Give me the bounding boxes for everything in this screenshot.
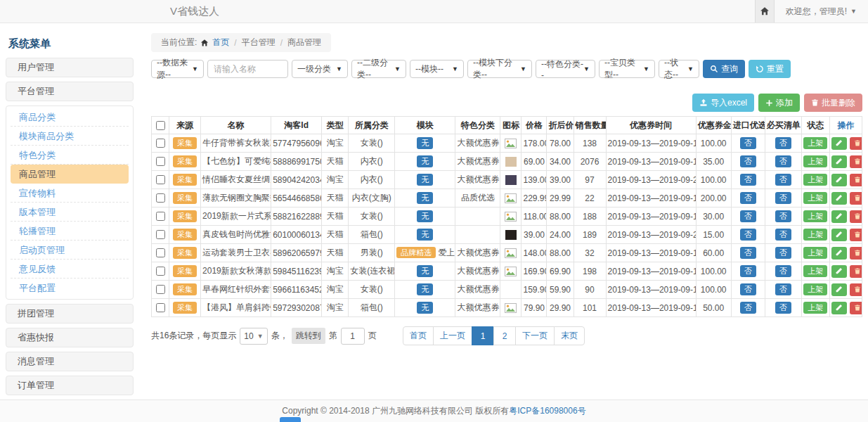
must-buy-toggle[interactable]: 否: [775, 155, 791, 167]
delete-button[interactable]: [850, 247, 862, 260]
sidebar-group-item[interactable]: 订单管理: [6, 376, 134, 395]
imported-toggle[interactable]: 否: [740, 174, 756, 185]
filter-select[interactable]: --模块下分类--▼: [467, 60, 532, 78]
delete-button[interactable]: [850, 229, 862, 241]
row-checkbox[interactable]: [156, 175, 165, 184]
status-badge[interactable]: 上架: [803, 174, 827, 185]
sidebar-group-item[interactable]: 用户管理: [6, 58, 134, 77]
row-checkbox[interactable]: [156, 267, 165, 276]
status-badge[interactable]: 上架: [803, 283, 827, 295]
sidebar-group-item[interactable]: 拼团管理: [6, 304, 134, 324]
sidebar-sub-item[interactable]: 意见反馈: [11, 260, 129, 279]
sidebar-group-item[interactable]: 平台管理: [6, 82, 134, 101]
delete-button[interactable]: [850, 174, 862, 186]
page-button[interactable]: 2: [493, 326, 516, 345]
row-checkbox[interactable]: [156, 285, 165, 294]
must-buy-toggle[interactable]: 否: [775, 210, 791, 222]
edit-button[interactable]: [831, 283, 847, 296]
status-badge[interactable]: 上架: [803, 192, 827, 203]
edit-button[interactable]: [831, 210, 847, 223]
status-badge[interactable]: 上架: [803, 229, 827, 240]
imported-toggle[interactable]: 否: [740, 302, 756, 313]
delete-button[interactable]: [850, 302, 862, 314]
must-buy-toggle[interactable]: 否: [775, 137, 791, 148]
sidebar-sub-item[interactable]: 平台配置: [11, 279, 129, 298]
page-button[interactable]: 末页: [554, 326, 585, 345]
imported-toggle[interactable]: 否: [740, 229, 756, 240]
sidebar-sub-item[interactable]: 轮播管理: [11, 222, 129, 241]
jump-page-input[interactable]: [341, 328, 365, 345]
home-button[interactable]: [755, 0, 775, 23]
imported-toggle[interactable]: 否: [740, 192, 756, 203]
imported-toggle[interactable]: 否: [740, 137, 756, 148]
search-name-input[interactable]: [207, 60, 288, 78]
filter-select[interactable]: --特色分类--▼: [536, 60, 595, 78]
add-button[interactable]: 添加: [758, 94, 800, 112]
delete-button[interactable]: [850, 192, 862, 205]
delete-button[interactable]: [850, 283, 862, 296]
imported-toggle[interactable]: 否: [740, 155, 756, 167]
edit-button[interactable]: [831, 265, 847, 278]
sidebar-sub-item[interactable]: 启动页管理: [11, 241, 129, 260]
imported-toggle[interactable]: 否: [740, 247, 756, 258]
imported-toggle[interactable]: 否: [740, 210, 756, 222]
filter-select[interactable]: --状态--▼: [659, 60, 699, 78]
status-badge[interactable]: 上架: [803, 210, 827, 222]
filter-select[interactable]: --宝贝类型--▼: [599, 60, 655, 78]
delete-button[interactable]: [850, 210, 862, 223]
row-checkbox[interactable]: [156, 193, 165, 203]
sidebar-sub-item[interactable]: 版本管理: [11, 203, 129, 222]
row-checkbox[interactable]: [156, 230, 165, 239]
sidebar-group-item[interactable]: 省惠快报: [6, 328, 134, 347]
must-buy-toggle[interactable]: 否: [775, 247, 791, 258]
imported-toggle[interactable]: 否: [740, 283, 756, 295]
page-button[interactable]: 下一页: [515, 326, 555, 345]
edit-button[interactable]: [831, 137, 847, 150]
import-excel-button[interactable]: 导入excel: [692, 94, 754, 112]
edit-button[interactable]: [831, 302, 847, 314]
icp-link[interactable]: 粤ICP备16098006号: [509, 405, 585, 417]
page-button[interactable]: 首页: [403, 326, 434, 345]
edit-button[interactable]: [831, 229, 847, 241]
row-checkbox[interactable]: [156, 303, 165, 312]
jump-button[interactable]: 跳转到: [292, 328, 325, 344]
page-button[interactable]: 1: [472, 326, 494, 345]
filter-select[interactable]: --数据来源--▼: [151, 60, 204, 78]
row-checkbox[interactable]: [156, 212, 165, 221]
status-badge[interactable]: 上架: [803, 265, 827, 276]
per-page-select[interactable]: 10▼: [240, 328, 267, 345]
sidebar-sub-item[interactable]: 宣传物料: [11, 184, 129, 203]
batch-delete-button[interactable]: 批量删除: [804, 94, 862, 112]
sidebar-sub-item[interactable]: 商品分类: [11, 108, 129, 127]
select-all-checkbox[interactable]: [156, 121, 165, 130]
page-button[interactable]: 上一页: [433, 326, 472, 345]
status-badge[interactable]: 上架: [803, 247, 827, 258]
must-buy-toggle[interactable]: 否: [775, 265, 791, 276]
must-buy-toggle[interactable]: 否: [775, 174, 791, 185]
user-menu[interactable]: 欢迎您，管理员! ▼: [775, 0, 868, 23]
breadcrumb-home-link[interactable]: 首页: [212, 37, 229, 49]
edit-button[interactable]: [831, 155, 847, 168]
reset-button[interactable]: 重置: [749, 60, 791, 78]
status-badge[interactable]: 上架: [803, 302, 827, 313]
edit-button[interactable]: [831, 192, 847, 205]
sidebar-sub-item[interactable]: 模块商品分类: [11, 127, 129, 146]
imported-toggle[interactable]: 否: [740, 265, 756, 276]
must-buy-toggle[interactable]: 否: [775, 302, 791, 313]
query-button[interactable]: 查询: [703, 60, 745, 78]
status-badge[interactable]: 上架: [803, 137, 827, 148]
sidebar-sub-item[interactable]: 特色分类: [11, 146, 129, 165]
status-badge[interactable]: 上架: [803, 155, 827, 167]
edit-button[interactable]: [831, 174, 847, 186]
delete-button[interactable]: [850, 155, 862, 168]
must-buy-toggle[interactable]: 否: [775, 283, 791, 295]
sidebar-sub-item[interactable]: 商品管理: [11, 165, 129, 184]
row-checkbox[interactable]: [156, 139, 165, 148]
filter-select[interactable]: --二级分类--▼: [351, 60, 406, 78]
row-checkbox[interactable]: [156, 248, 165, 257]
delete-button[interactable]: [850, 265, 862, 278]
filter-select[interactable]: 一级分类▼: [292, 60, 348, 78]
must-buy-toggle[interactable]: 否: [775, 192, 791, 203]
row-checkbox[interactable]: [156, 157, 165, 166]
edit-button[interactable]: [831, 247, 847, 260]
